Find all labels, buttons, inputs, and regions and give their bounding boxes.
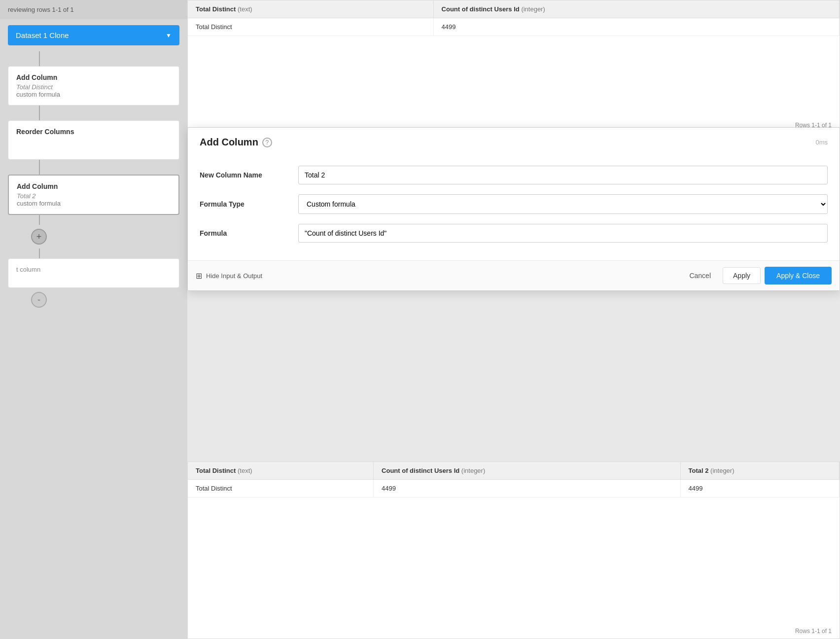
bottom-table-header-row: Total Distinct (text) Count of distinct … bbox=[188, 462, 840, 480]
cancel-label: Cancel bbox=[689, 272, 711, 280]
dialog-footer: ⊞ Hide Input & Output Cancel Apply Apply… bbox=[188, 260, 840, 290]
chevron-down-icon: ▼ bbox=[166, 32, 172, 39]
bottom-table: Total Distinct (text) Count of distinct … bbox=[188, 462, 840, 497]
grid-icon: ⊞ bbox=[196, 271, 202, 281]
formula-type-select[interactable]: Custom formula Lookup Row Number Running… bbox=[298, 194, 828, 214]
dialog-header: Add Column ? 0ms bbox=[188, 128, 840, 154]
top-table: Total Distinct (text) Count of distinct … bbox=[188, 0, 840, 36]
pipeline-header: reviewing rows 1-1 of 1 bbox=[0, 0, 187, 19]
bottom-circle[interactable]: - bbox=[31, 292, 47, 308]
top-data-table: Total Distinct (text) Count of distinct … bbox=[187, 0, 840, 133]
new-column-name-label: New Column Name bbox=[200, 171, 298, 179]
bottom-col-header-1: Total Distinct (text) bbox=[188, 462, 374, 480]
formula-type-label: Formula Type bbox=[200, 200, 298, 208]
separator-1 bbox=[39, 215, 40, 225]
bottom-cell-1-2: 4499 bbox=[374, 480, 680, 497]
top-col-header-1: Total Distinct (text) bbox=[188, 0, 433, 18]
bottom-col-header-2: Count of distinct Users Id (integer) bbox=[374, 462, 680, 480]
bottom-col-header-3: Total 2 (integer) bbox=[680, 462, 839, 480]
bottom-col-3-type: (integer) bbox=[710, 467, 734, 474]
hide-io-label: Hide Input & Output bbox=[206, 272, 262, 280]
pipeline-panel: reviewing rows 1-1 of 1 Dataset 1 Clone … bbox=[0, 0, 187, 639]
main-area: Total Distinct (text) Count of distinct … bbox=[187, 0, 840, 639]
apply-close-button[interactable]: Apply & Close bbox=[765, 267, 832, 284]
connector-2 bbox=[39, 106, 40, 120]
footer-actions: Cancel Apply Apply & Close bbox=[681, 267, 832, 284]
partial-node[interactable]: t column bbox=[8, 258, 179, 288]
formula-label: Formula bbox=[200, 229, 298, 237]
add-column-dialog: Add Column ? 0ms New Column Name Formula… bbox=[187, 127, 840, 291]
add-column-node-1-subtitle: Total Distinct bbox=[16, 83, 171, 91]
add-column-node-2-subtitle: Total 2 bbox=[17, 192, 171, 200]
dataset-node[interactable]: Dataset 1 Clone ▼ bbox=[8, 25, 179, 45]
top-col-1-type: (text) bbox=[238, 5, 252, 13]
table-row: Total Distinct 4499 4499 bbox=[188, 480, 840, 497]
add-column-node-2-title: Add Column bbox=[17, 182, 171, 190]
formula-row: Formula bbox=[200, 224, 828, 243]
plus-icon: + bbox=[36, 232, 42, 242]
apply-close-label: Apply & Close bbox=[776, 272, 820, 280]
add-column-node-1-desc: custom formula bbox=[16, 91, 171, 98]
add-column-node-2-desc: custom formula bbox=[17, 200, 171, 207]
reorder-columns-title: Reorder Columns bbox=[16, 128, 171, 136]
new-column-name-input[interactable] bbox=[298, 166, 828, 184]
cancel-button[interactable]: Cancel bbox=[681, 268, 719, 284]
top-table-header-row: Total Distinct (text) Count of distinct … bbox=[188, 0, 840, 18]
minus-icon: - bbox=[37, 295, 40, 305]
apply-button[interactable]: Apply bbox=[723, 267, 761, 284]
formula-type-row: Formula Type Custom formula Lookup Row N… bbox=[200, 194, 828, 214]
hide-io-button[interactable]: ⊞ Hide Input & Output bbox=[196, 271, 677, 281]
reviewing-rows-text: reviewing rows 1-1 of 1 bbox=[8, 6, 74, 13]
add-column-node-1[interactable]: Add Column Total Distinct custom formula bbox=[8, 66, 179, 106]
top-cell-1-1: Total Distinct bbox=[188, 18, 433, 36]
dialog-body: New Column Name Formula Type Custom form… bbox=[188, 154, 840, 260]
bottom-cell-1-3: 4499 bbox=[680, 480, 839, 497]
separator-2 bbox=[39, 248, 40, 258]
bottom-cell-1-1: Total Distinct bbox=[188, 480, 374, 497]
top-table-area: Total Distinct (text) Count of distinct … bbox=[188, 0, 840, 36]
bottom-col-2-type: (integer) bbox=[461, 467, 485, 474]
partial-node-label: t column bbox=[16, 266, 40, 273]
add-column-node-1-title: Add Column bbox=[16, 73, 171, 81]
dialog-title: Add Column bbox=[200, 137, 258, 148]
dialog-title-row: Add Column ? bbox=[200, 137, 272, 148]
apply-label: Apply bbox=[733, 272, 750, 280]
top-col-header-2: Count of distinct Users Id (integer) bbox=[433, 0, 839, 18]
top-cell-1-2: 4499 bbox=[433, 18, 839, 36]
add-step-button[interactable]: + bbox=[31, 229, 47, 245]
reorder-columns-node[interactable]: Reorder Columns bbox=[8, 120, 179, 160]
help-icon[interactable]: ? bbox=[262, 138, 272, 147]
dialog-timing: 0ms bbox=[815, 139, 828, 146]
dataset-node-label: Dataset 1 Clone bbox=[16, 31, 69, 39]
bottom-col-1-type: (text) bbox=[238, 467, 252, 474]
bottom-rows-info: Rows 1-1 of 1 bbox=[795, 628, 832, 635]
bottom-data-table: Total Distinct (text) Count of distinct … bbox=[187, 462, 840, 639]
new-column-name-row: New Column Name bbox=[200, 166, 828, 184]
add-column-node-2[interactable]: Add Column Total 2 custom formula bbox=[8, 175, 179, 215]
connector-1 bbox=[39, 51, 40, 66]
table-row: Total Distinct 4499 bbox=[188, 18, 840, 36]
formula-input[interactable] bbox=[298, 224, 828, 243]
connector-3 bbox=[39, 160, 40, 175]
top-col-2-type: (integer) bbox=[521, 5, 545, 13]
